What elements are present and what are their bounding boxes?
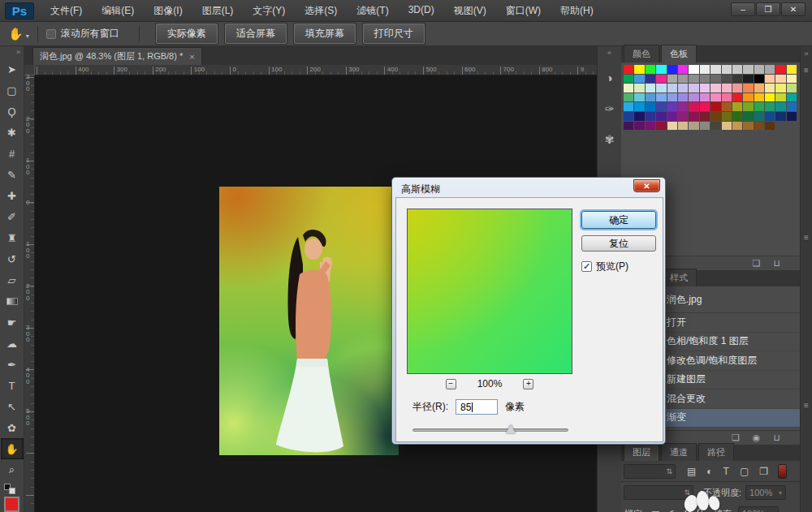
pen-tool[interactable]: ✒ (1, 354, 24, 375)
color-swatch[interactable] (754, 65, 764, 74)
color-swatch[interactable] (732, 65, 742, 74)
color-swatch[interactable] (667, 75, 677, 84)
color-swatch[interactable] (722, 93, 732, 102)
scroll-all-windows-checkbox[interactable] (46, 29, 56, 39)
color-swatch[interactable] (656, 112, 666, 121)
healing-brush-tool[interactable]: ✚ (1, 185, 24, 206)
lasso-tool[interactable]: Ϙ (1, 101, 24, 122)
ok-button[interactable]: 确定 (581, 211, 656, 229)
eyedropper-tool[interactable]: ✎ (1, 164, 24, 185)
menu-item[interactable]: 文字(Y) (244, 1, 293, 21)
brush-tool[interactable]: ✐ (1, 206, 24, 227)
delete-state-button[interactable]: ⊔ (773, 432, 780, 443)
color-swatch[interactable] (787, 102, 797, 111)
color-swatch[interactable] (743, 112, 753, 121)
color-swatch[interactable] (624, 122, 633, 131)
zoom-out-button[interactable]: − (446, 379, 456, 389)
new-snapshot-button[interactable]: ◉ (753, 432, 761, 443)
panel-menu-icon[interactable]: ≡ (801, 401, 812, 410)
menu-item[interactable]: 视图(V) (446, 1, 495, 21)
color-swatch[interactable] (732, 84, 742, 93)
panel-tab[interactable]: 路径 (698, 443, 734, 461)
color-swatch[interactable] (689, 112, 698, 121)
tool-presets-panel-icon[interactable]: ✾ (598, 127, 621, 152)
layer-filter-toggle[interactable] (778, 464, 787, 479)
filter-adjustment-layers-icon[interactable]: ◐ (706, 466, 712, 477)
color-swatch[interactable] (646, 112, 655, 121)
color-swatch[interactable] (787, 112, 797, 121)
panel-menu-icon[interactable]: ≡ (801, 66, 812, 75)
lock-paint-icon[interactable]: ✐ (667, 509, 674, 512)
color-swatch[interactable] (678, 122, 688, 131)
color-swatch[interactable] (710, 93, 720, 102)
color-swatch[interactable] (700, 93, 710, 102)
menu-item[interactable]: 帮助(H) (552, 1, 602, 21)
brush-panel-icon[interactable]: ✑ (598, 97, 621, 121)
color-swatch[interactable] (775, 75, 785, 84)
menu-item[interactable]: 图像(I) (145, 1, 190, 21)
color-swatch[interactable] (765, 102, 775, 111)
color-swatch[interactable] (689, 93, 698, 102)
color-swatch[interactable] (775, 93, 785, 102)
gradient-tool[interactable] (1, 290, 24, 312)
color-swatch[interactable] (656, 84, 666, 93)
color-swatch[interactable] (743, 102, 753, 111)
crop-tool[interactable]: # (1, 143, 24, 164)
menu-item[interactable]: 滤镜(T) (348, 1, 396, 21)
color-swatch[interactable] (689, 75, 698, 84)
new-swatch-button[interactable]: ❏ (753, 258, 761, 269)
color-swatch[interactable] (700, 84, 710, 93)
color-swatch[interactable] (678, 93, 688, 102)
chevron-down-icon[interactable]: ▾ (26, 32, 29, 40)
delete-swatch-button[interactable]: ⊔ (773, 258, 780, 269)
color-swatch[interactable] (722, 84, 732, 93)
color-swatch[interactable] (667, 65, 677, 74)
filter-type-layers-icon[interactable]: T (723, 466, 729, 477)
color-swatch[interactable] (667, 122, 677, 131)
expand-panels-icon[interactable]: » (801, 49, 812, 58)
minimize-button[interactable]: – (731, 2, 755, 16)
type-tool[interactable]: T (1, 375, 24, 396)
dialog-close-button[interactable]: ✕ (633, 179, 660, 192)
menu-item[interactable]: 图层(L) (194, 1, 242, 21)
color-swatch[interactable] (656, 122, 666, 131)
color-swatch[interactable] (624, 102, 633, 111)
options-button[interactable]: 适合屏幕 (225, 24, 287, 44)
color-swatch[interactable] (710, 112, 720, 121)
color-swatch[interactable] (775, 65, 785, 74)
color-swatch[interactable] (732, 93, 742, 102)
color-swatch[interactable] (754, 93, 764, 102)
color-swatch[interactable] (689, 65, 698, 74)
color-swatch[interactable] (624, 112, 633, 121)
color-swatch[interactable] (689, 84, 698, 93)
color-swatch[interactable] (646, 75, 655, 84)
marquee-tool[interactable]: ▢ (1, 80, 24, 101)
color-swatch[interactable] (667, 93, 677, 102)
color-swatch[interactable] (743, 75, 753, 84)
menu-item[interactable]: 文件(F) (42, 1, 90, 21)
filter-shape-layers-icon[interactable]: ▢ (740, 466, 749, 477)
color-swatch[interactable] (646, 84, 655, 93)
color-swatch[interactable] (722, 112, 732, 121)
color-swatch[interactable] (624, 65, 633, 74)
slider-track[interactable] (412, 428, 568, 432)
color-swatch[interactable] (732, 122, 742, 131)
color-swatch[interactable] (787, 75, 797, 84)
history-brush-tool[interactable]: ↺ (1, 248, 24, 269)
opacity-value-dropdown[interactable]: 100%▾ (745, 485, 786, 500)
panel-tab[interactable]: 样式 (661, 269, 697, 286)
panel-menu-icon[interactable]: ≡ (801, 233, 812, 242)
lock-transparency-icon[interactable]: ▦ (651, 509, 659, 512)
color-swatch[interactable] (765, 93, 775, 102)
color-swatch[interactable] (765, 84, 775, 93)
color-swatch[interactable] (624, 75, 633, 84)
swap-colors-icon[interactable] (4, 484, 17, 494)
foreground-color-swatch[interactable] (4, 497, 19, 512)
color-swatch[interactable] (722, 65, 732, 74)
magic-wand-tool[interactable]: ✱ (1, 122, 24, 143)
blur-preview[interactable] (407, 209, 572, 374)
move-tool[interactable]: ➤ (1, 58, 24, 80)
blend-mode-dropdown[interactable]: ⇅ (624, 485, 693, 500)
color-swatch[interactable] (743, 65, 753, 74)
zoom-tool[interactable]: ⌕ (1, 459, 24, 480)
